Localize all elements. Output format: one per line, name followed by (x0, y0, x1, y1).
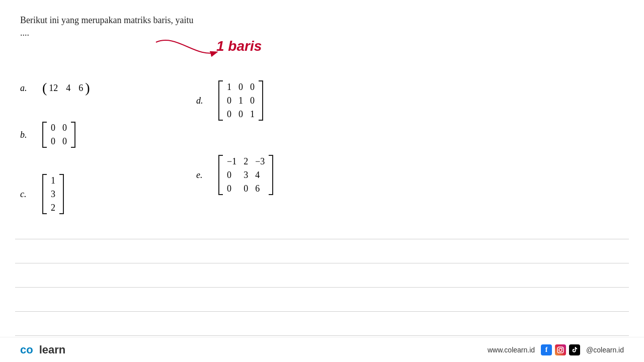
d-r3c1: 0 (227, 109, 231, 120)
option-c-bracket-left (42, 174, 47, 214)
e-r1c3: −3 (255, 156, 265, 167)
option-a-paren-left: ( (42, 81, 47, 95)
option-d: d. 1 0 0 0 1 0 0 0 1 (196, 75, 624, 126)
b-r1c1: 0 (51, 123, 55, 133)
option-d-bracket-right (259, 80, 263, 121)
option-e-matrix: −1 2 −3 0 3 4 0 0 6 (218, 154, 273, 196)
e-r2c3: 4 (255, 170, 265, 180)
option-b-matrix: 0 0 0 0 (42, 121, 75, 149)
svg-rect-1 (557, 347, 564, 353)
footer-handle: @colearn.id (586, 346, 624, 354)
options-wrapper: a. ( 12 4 6 ) b. 0 (20, 75, 624, 219)
e-r1c2: 2 (244, 156, 248, 167)
e-r1c1: −1 (227, 156, 236, 167)
d-r3c2: 0 (238, 109, 243, 120)
e-r3c3: 6 (255, 184, 265, 194)
option-e-bracket-left (218, 155, 223, 195)
option-a: a. ( 12 4 6 ) (20, 75, 156, 101)
d-r1c1: 1 (227, 82, 231, 93)
social-icons: f (541, 344, 580, 355)
option-a-matrix: ( 12 4 6 ) (42, 81, 90, 95)
svg-point-2 (559, 348, 562, 351)
option-a-val-3: 6 (78, 83, 83, 94)
option-c: c. 1 3 2 (20, 169, 156, 219)
option-a-paren-right: ) (85, 81, 90, 95)
facebook-icon: f (541, 344, 552, 355)
ruled-line-4 (15, 288, 629, 312)
footer-logo: co learn (20, 343, 65, 356)
d-r2c2: 1 (238, 96, 243, 106)
ruled-line-1 (15, 215, 629, 239)
ruled-line-3 (15, 263, 629, 288)
b-r1c2: 0 (62, 123, 67, 133)
option-b-label: b. (20, 130, 34, 140)
dots: .... (20, 28, 624, 38)
d-r1c3: 0 (250, 82, 255, 93)
option-e-bracket-right (269, 155, 273, 195)
option-a-val-1: 12 (49, 83, 58, 94)
c-r2c1: 3 (51, 189, 55, 200)
option-c-grid: 1 3 2 (47, 173, 59, 215)
d-r1c2: 0 (238, 82, 243, 93)
ruled-line-5 (15, 312, 629, 336)
question-text: Berikut ini yang merupakan matriks baris… (20, 15, 624, 26)
option-d-matrix: 1 0 0 0 1 0 0 0 1 (218, 80, 263, 122)
b-r2c1: 0 (51, 136, 55, 147)
logo-learn: learn (39, 343, 66, 356)
logo-co: co (20, 343, 33, 356)
annotation-label: 1 baris (216, 38, 262, 54)
option-e-label: e. (196, 170, 210, 180)
ruled-lines (0, 215, 644, 336)
svg-point-3 (561, 347, 562, 348)
option-a-label: a. (20, 83, 34, 94)
option-b-bracket-right (71, 122, 75, 148)
d-r3c3: 1 (250, 109, 255, 120)
option-c-bracket-right (59, 174, 64, 214)
b-r2c2: 0 (62, 136, 67, 147)
e-r3c1: 0 (227, 184, 236, 194)
option-b-grid: 0 0 0 0 (47, 121, 71, 149)
e-r3c2: 0 (244, 184, 248, 194)
e-r2c2: 3 (244, 170, 248, 180)
c-r1c1: 1 (51, 175, 55, 186)
tiktok-icon (569, 344, 580, 355)
option-e: e. −1 2 −3 0 3 4 0 0 6 (196, 150, 624, 200)
c-r3c1: 2 (51, 203, 55, 213)
option-c-label: c. (20, 189, 34, 200)
option-d-label: d. (196, 96, 210, 106)
option-b: b. 0 0 0 0 (20, 115, 156, 155)
option-a-vals: 12 4 6 (47, 83, 85, 94)
footer: co learn www.colearn.id f @colearn.id (0, 337, 644, 362)
option-d-bracket-left (218, 80, 223, 121)
col-right: d. 1 0 0 0 1 0 0 0 1 (156, 75, 624, 219)
col-left: a. ( 12 4 6 ) b. 0 (20, 75, 156, 219)
option-a-val-2: 4 (66, 83, 70, 94)
instagram-icon (555, 344, 566, 355)
option-e-grid: −1 2 −3 0 3 4 0 0 6 (223, 154, 269, 196)
main-content: Berikut ini yang merupakan matriks baris… (0, 0, 644, 219)
ruled-line-2 (15, 239, 629, 263)
d-r2c3: 0 (250, 96, 255, 106)
e-r2c1: 0 (227, 170, 236, 180)
footer-right: www.colearn.id f @colearn.id (488, 344, 624, 355)
option-d-grid: 1 0 0 0 1 0 0 0 1 (223, 80, 259, 122)
footer-url: www.colearn.id (488, 346, 535, 354)
option-c-matrix: 1 3 2 (42, 173, 64, 215)
option-b-bracket-left (42, 122, 47, 148)
d-r2c1: 0 (227, 96, 231, 106)
